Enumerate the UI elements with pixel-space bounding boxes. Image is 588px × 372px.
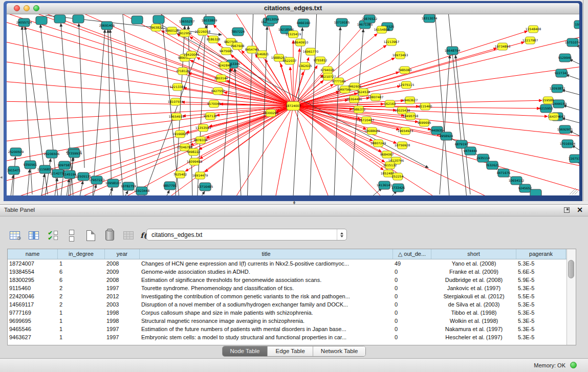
graph-node[interactable] [54, 15, 66, 23]
graph-node-label: 9350561 [24, 163, 37, 166]
table-row[interactable]: 1830029562008Estimation of significance … [8, 276, 576, 284]
graph-node[interactable] [153, 15, 164, 24]
table-row[interactable]: 2242004622012Investigating the contribut… [8, 292, 576, 300]
graph-node-label: 8960128 [165, 29, 179, 32]
network-view-window[interactable]: citations_edges.txt 24055724206914061065… [4, 1, 582, 201]
memory-ok-icon [570, 362, 577, 368]
table-settings-button[interactable]: ⚙ [8, 229, 21, 242]
table-cell: Franke et al. (2009) [431, 268, 516, 276]
rows-button[interactable] [65, 229, 78, 242]
graph-node-label: 9699695 [418, 121, 431, 124]
column-header-6[interactable]: pagerank [516, 249, 566, 259]
graph-node-label: 9242848 [218, 63, 232, 67]
graph-nodes[interactable]: 2405572420691406106552571603380978572241… [7, 14, 579, 195]
graph-node-label: 19166825 [172, 132, 188, 136]
graph-node-label: 8427552 [211, 89, 225, 93]
table-cell: Investigating the contribution of common… [140, 292, 393, 300]
network-window-titlebar[interactable]: citations_edges.txt [7, 3, 579, 14]
table-cell: 5.3E-5 [516, 333, 566, 341]
column-header-3[interactable]: title [140, 249, 393, 259]
table-row[interactable]: 946362711997Embryonic stem cells: a mode… [8, 333, 576, 341]
table-row[interactable]: 1872400712008Changes of HCN gene express… [8, 259, 576, 268]
table-cell: Structural magnetic resonance image aver… [140, 317, 393, 325]
table-cell: Jankovic et al. (1997) [431, 284, 516, 292]
graph-node-label: 10807487 [368, 95, 384, 99]
table-cell: 2 [58, 300, 105, 309]
dropdown-stepper-icon[interactable] [337, 229, 346, 240]
column-header-0[interactable]: name [8, 249, 58, 259]
tab-network-table[interactable]: Network Table [313, 346, 366, 356]
column-header-4[interactable]: △ out_de... [393, 249, 431, 259]
graph-node-label: 15720407 [359, 118, 375, 122]
graph-node-label: 10654112 [509, 179, 525, 182]
graph-node-label: 12213967 [384, 40, 400, 43]
graph-node-label: 20364486 [346, 97, 362, 101]
column-visibility-button[interactable] [27, 229, 40, 242]
citation-network-graph[interactable]: 2405572420691406106552571603380978572241… [7, 14, 579, 195]
import-table-disabled-button[interactable] [122, 229, 135, 242]
network-window-title: citations_edges.txt [7, 5, 579, 12]
tab-node-table[interactable]: Node Table [223, 346, 268, 356]
table-panel-title: Table Panel [4, 207, 35, 213]
graph-node[interactable] [36, 16, 47, 25]
table-cell: 49 [393, 259, 431, 268]
graph-node-label: 12325419 [286, 32, 301, 36]
float-panel-icon[interactable] [564, 207, 570, 213]
table-cell: Corpus callosum shape and size in male p… [140, 309, 393, 317]
graph-node-label: 13716485 [198, 185, 213, 188]
table-source-dropdown[interactable]: citations_edges.txt [146, 229, 347, 240]
graph-node-label: 10973493 [393, 53, 408, 57]
graph-node-label: 3624534 [357, 90, 371, 94]
table-scrollbar[interactable] [567, 249, 576, 345]
graph-node-label: 18724007 [286, 104, 301, 107]
table-cell: 0 [393, 309, 431, 317]
graph-node-label: 252254 [392, 174, 404, 178]
tab-edge-table[interactable]: Edge Table [268, 346, 313, 356]
network-canvas[interactable]: 2405572420691406106552571603380978572241… [7, 14, 579, 195]
graph-node[interactable] [132, 16, 143, 24]
table-cell: Estimation of significance thresholds fo… [140, 276, 393, 284]
graph-node-label: 19654923 [398, 129, 413, 133]
table-row[interactable]: 1456911722003Disruption of a novel membe… [8, 300, 576, 309]
table-cell: Yano et al. (2008) [431, 259, 516, 268]
table-cell: 9463627 [8, 333, 58, 341]
table-cell: 2009 [105, 268, 140, 276]
graph-node-label: 7625402 [173, 172, 187, 176]
table-row[interactable]: 946554611997Estimation of the future num… [8, 325, 576, 333]
graph-node-label: 8813054 [266, 17, 279, 21]
trash-button[interactable] [103, 229, 116, 242]
table-row[interactable]: 969969511998Structural magnetic resonanc… [8, 317, 576, 325]
table-cell: 1997 [105, 333, 140, 341]
graph-node-label: 5498222 [187, 150, 201, 154]
graph-node-label: 8471676 [497, 171, 511, 174]
background-window-edge [583, 0, 588, 201]
column-header-5[interactable]: short [431, 249, 516, 259]
table-tabs: Node TableEdge TableNetwork Table [0, 346, 588, 357]
column-select-button[interactable]: ✔✔ [46, 229, 59, 242]
graph-node[interactable] [530, 189, 541, 195]
scrollbar-thumb[interactable] [568, 260, 574, 278]
graph-node-label: 20691406 [99, 24, 115, 27]
table-cell: 5.3E-5 [516, 325, 566, 333]
column-header-2[interactable]: year [105, 249, 140, 259]
table-row[interactable]: 977716911998Corpus callosum shape and si… [8, 309, 576, 317]
graph-node-label: 1362615 [298, 64, 312, 68]
panel-splitter-handle[interactable]: ▲▼ [290, 201, 298, 204]
graph-node-label: 164374 [548, 115, 560, 118]
table-row[interactable]: 1938455462009Genome-wide association stu… [8, 268, 576, 276]
graph-node-label: 8454749 [245, 48, 259, 51]
graph-node-label: 9097587 [58, 163, 72, 167]
panel-collapse-arrow-icon[interactable]: ◂ [0, 174, 3, 180]
graph-node-label: 3915471 [7, 168, 21, 172]
table-row[interactable]: 911546021997Tourette syndrome. Phenomeno… [8, 284, 576, 292]
table-cell: 9777169 [8, 309, 58, 317]
graph-node[interactable] [73, 15, 84, 23]
graph-node-label: 8878334 [194, 138, 208, 142]
graph-node-label: 9129946 [558, 56, 572, 59]
new-file-button[interactable] [84, 229, 97, 242]
close-panel-icon[interactable]: ✕ [577, 206, 583, 214]
table-cell: 2 [58, 292, 105, 300]
graph-node-label: 9267130 [204, 114, 217, 118]
table-cell: 2008 [105, 259, 140, 268]
column-header-1[interactable]: in_degree [58, 249, 105, 259]
